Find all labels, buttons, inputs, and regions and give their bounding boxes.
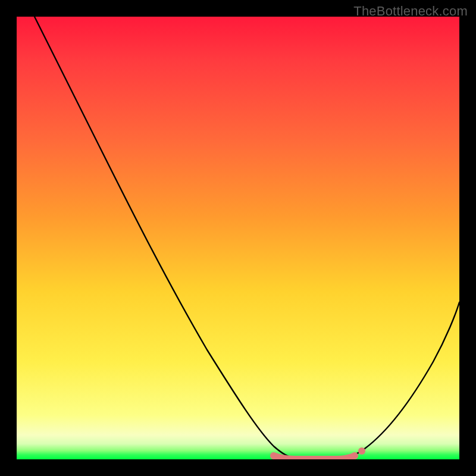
curve-layer	[17, 17, 459, 459]
watermark-text: TheBottleneck.com	[353, 4, 468, 19]
plot-area	[17, 17, 459, 459]
highlight-end-dot	[358, 447, 365, 455]
chart-frame: TheBottleneck.com	[0, 0, 476, 476]
bottleneck-curve	[35, 17, 459, 458]
highlight-segment	[274, 456, 355, 459]
